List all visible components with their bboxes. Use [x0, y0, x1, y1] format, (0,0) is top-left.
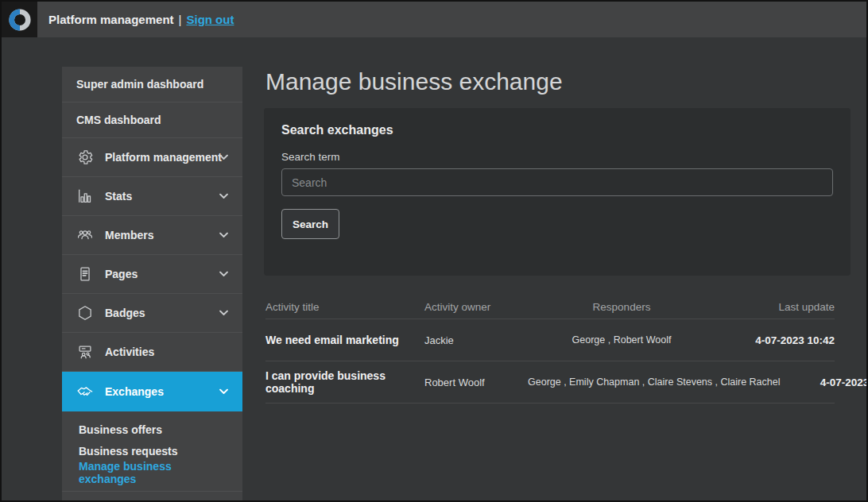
logo [2, 2, 37, 37]
topbar: Platform management|Sign out [2, 2, 866, 37]
sidebar-item-platform-management[interactable]: Platform management [62, 138, 242, 177]
chevron-down-icon [219, 389, 228, 395]
sidebar-subitem-label: Business offers [79, 423, 162, 436]
sidebar-item-label: Super admin dashboard [76, 78, 203, 91]
chevron-down-icon [219, 272, 228, 277]
hexagon-icon [76, 304, 95, 322]
search-button[interactable]: Search [281, 209, 339, 239]
booth-icon [76, 343, 95, 361]
chevron-down-icon [219, 194, 228, 199]
cell-activity-owner: Robert Woolf [424, 376, 528, 388]
sidebar-subitem-business-requests[interactable]: Business requests [62, 440, 242, 461]
sidebar-item-activities[interactable]: Activities [62, 333, 242, 372]
sidebar-subitem-business-offers[interactable]: Business offers [62, 419, 242, 440]
sidebar-item-label: CMS dashboard [76, 114, 161, 126]
sidebar-item-badges[interactable]: Badges [62, 294, 242, 333]
column-header-responders: Responders [528, 301, 715, 313]
document-icon [76, 265, 95, 283]
main-content: Manage business exchange Search exchange… [264, 67, 851, 404]
sidebar-subitem-label: Business requests [79, 445, 178, 458]
cell-responders: George , Robert Woolf [528, 334, 715, 346]
search-panel-title: Search exchanges [281, 123, 833, 137]
topbar-separator: | [179, 13, 182, 26]
sidebar-item-label: Badges [105, 307, 145, 319]
search-term-label: Search term [281, 151, 833, 163]
column-header-activity-owner: Activity owner [424, 301, 528, 313]
people-icon [76, 226, 95, 244]
cell-activity-title: We need email marketing [265, 334, 424, 346]
chevron-down-icon [219, 311, 228, 316]
chevron-down-icon [219, 233, 228, 238]
sign-out-link[interactable]: Sign out [186, 13, 234, 26]
exchanges-submenu: Business offers Business requests Manage… [62, 411, 242, 492]
cell-responders: George , Emily Chapman , Claire Stevens … [528, 376, 781, 388]
page-title: Manage business exchange [265, 67, 851, 97]
sidebar-item-cms-dashboard[interactable]: CMS dashboard [62, 102, 242, 138]
cell-activity-owner: Jackie [424, 334, 528, 346]
sidebar-item-pages[interactable]: Pages [62, 255, 242, 294]
sidebar-subitem-manage-business-exchanges[interactable]: Manage business exchanges [62, 461, 242, 483]
search-input[interactable] [281, 168, 833, 196]
ring-logo-icon [8, 8, 32, 32]
column-header-last-update: Last update [715, 301, 835, 313]
search-panel: Search exchanges Search term Search [264, 108, 851, 276]
sidebar-item-exchanges[interactable]: Exchanges [62, 372, 242, 411]
handshake-icon [76, 383, 95, 400]
sidebar-item-stats[interactable]: Stats [62, 177, 242, 216]
sidebar: Super admin dashboard CMS dashboard Plat… [62, 67, 242, 500]
cell-activity-title: I can provide business coaching [265, 369, 424, 395]
sidebar-item-label: Members [105, 229, 153, 241]
sidebar-item-challenges[interactable]: Challenges [62, 492, 242, 500]
table-row[interactable]: I can provide business coaching Robert W… [265, 361, 835, 404]
cell-last-update: 4-07-2023 10:42 [715, 334, 835, 346]
bar-chart-icon [76, 187, 95, 205]
sidebar-item-super-admin-dashboard[interactable]: Super admin dashboard [62, 67, 242, 102]
sidebar-item-label: Exchanges [105, 385, 164, 398]
topbar-title: Platform management [48, 13, 174, 26]
chevron-down-icon [219, 155, 228, 160]
table-header-row: Activity title Activity owner Responders… [265, 295, 835, 319]
sidebar-subitem-label: Manage business exchanges [79, 460, 228, 485]
app-window: Platform management|Sign out Super admin… [0, 0, 868, 502]
sidebar-item-label: Pages [105, 268, 138, 280]
sidebar-item-label: Stats [105, 190, 132, 203]
sidebar-item-members[interactable]: Members [62, 216, 242, 255]
gear-icon [76, 149, 95, 166]
sidebar-item-label: Activities [105, 346, 154, 358]
sidebar-item-label: Platform management [105, 151, 222, 164]
column-header-activity-title: Activity title [265, 301, 424, 313]
table-row[interactable]: We need email marketing Jackie George , … [265, 319, 835, 361]
exchanges-table: Activity title Activity owner Responders… [265, 295, 835, 404]
cell-last-update: 4-07-2023 10:42 [781, 376, 868, 388]
